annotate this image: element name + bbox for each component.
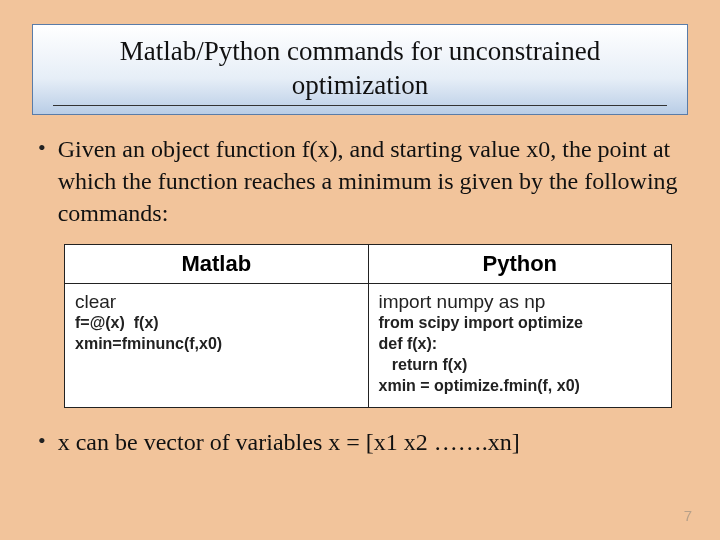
slide-title-box: Matlab/Python commands for unconstrained…: [32, 24, 688, 115]
header-matlab: Matlab: [65, 244, 369, 283]
code-comparison-table: Matlab Python clear f=@(x) f(x) xmin=fmi…: [64, 244, 672, 408]
python-line-4: return f(x): [379, 355, 662, 376]
python-cell: import numpy as np from scipy import opt…: [368, 283, 672, 407]
bullet-text-1: Given an object function f(x), and start…: [58, 133, 688, 230]
python-line-5: xmin = optimize.fmin(f, x0): [379, 376, 662, 397]
python-line-1: import numpy as np: [379, 290, 662, 314]
page-number: 7: [684, 507, 692, 524]
matlab-line-3: xmin=fminunc(f,x0): [75, 334, 358, 355]
python-line-3: def f(x):: [379, 334, 662, 355]
python-line-2: from scipy import optimize: [379, 313, 662, 334]
bullet-marker: •: [38, 426, 46, 456]
bullet-marker: •: [38, 133, 46, 163]
matlab-line-1: clear: [75, 290, 358, 314]
table-header-row: Matlab Python: [65, 244, 672, 283]
bullet-item-1: • Given an object function f(x), and sta…: [38, 133, 688, 230]
matlab-cell: clear f=@(x) f(x) xmin=fminunc(f,x0): [65, 283, 369, 407]
header-python: Python: [368, 244, 672, 283]
slide-title: Matlab/Python commands for unconstrained…: [53, 35, 667, 106]
table-code-row: clear f=@(x) f(x) xmin=fminunc(f,x0) imp…: [65, 283, 672, 407]
bullet-text-2: x can be vector of variables x = [x1 x2 …: [58, 426, 520, 458]
matlab-line-2: f=@(x) f(x): [75, 313, 358, 334]
bullet-item-2: • x can be vector of variables x = [x1 x…: [38, 426, 688, 458]
